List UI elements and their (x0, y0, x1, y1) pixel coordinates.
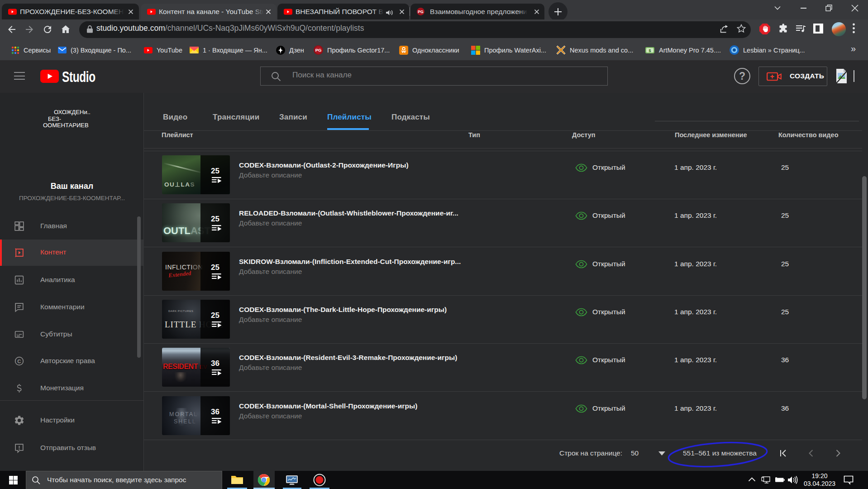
svg-text:PG: PG (418, 10, 424, 14)
svg-text:$: $ (649, 48, 651, 53)
svg-text:C: C (17, 359, 21, 364)
svg-text:PG: PG (315, 48, 322, 53)
